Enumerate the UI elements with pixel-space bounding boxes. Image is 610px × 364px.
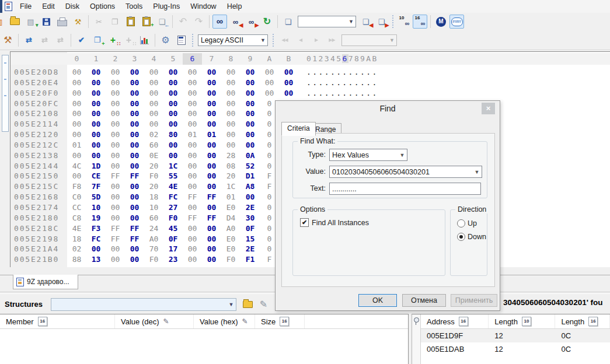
hex-byte[interactable]: 00 xyxy=(202,140,221,150)
hex-byte[interactable]: 30 xyxy=(240,213,260,223)
hex-byte[interactable]: 0F xyxy=(240,223,260,234)
hex-byte[interactable]: 00 xyxy=(260,88,279,99)
hex-byte[interactable]: 00 xyxy=(240,192,260,202)
hex-byte[interactable]: 00 xyxy=(125,78,144,88)
hex-byte[interactable]: 0A xyxy=(240,150,260,161)
hex-byte[interactable]: E0 xyxy=(221,202,240,213)
hex-byte[interactable]: E0 xyxy=(221,244,240,254)
hex-byte[interactable]: FF xyxy=(183,213,202,223)
hex-byte[interactable]: 00 xyxy=(279,78,298,88)
hex-byte[interactable]: F0 xyxy=(144,254,163,265)
structures-combo[interactable]: ▼ xyxy=(51,298,236,311)
hex-byte[interactable]: F0 xyxy=(163,213,183,223)
document-tab[interactable]: 9Z здарово... xyxy=(13,275,78,289)
hex-byte[interactable]: 00 xyxy=(221,119,240,130)
hex-byte[interactable]: 01 xyxy=(202,130,221,140)
hex-byte[interactable]: 00 xyxy=(202,181,221,192)
hex-byte[interactable]: 00 xyxy=(221,140,240,150)
hex-byte[interactable]: 17 xyxy=(163,244,183,254)
hex-byte[interactable]: 00 xyxy=(106,161,125,172)
hex-byte[interactable]: 00 xyxy=(202,202,221,213)
hex-byte[interactable]: 00 xyxy=(86,88,106,99)
print-button[interactable] xyxy=(55,15,69,29)
hex-byte[interactable]: 00 xyxy=(125,67,144,78)
hex-byte[interactable]: 55 xyxy=(163,171,183,181)
save-file-button[interactable] xyxy=(39,15,54,29)
hex-byte[interactable]: 1C xyxy=(221,181,240,192)
preferences-button[interactable]: ⚙ xyxy=(158,33,173,47)
hex-byte[interactable]: 02 xyxy=(67,244,86,254)
hex-byte[interactable]: 00 xyxy=(106,67,125,78)
hex-byte[interactable]: FF xyxy=(106,171,125,181)
chevron-down-icon[interactable]: ▼ xyxy=(226,302,236,307)
hex-byte[interactable]: 5D xyxy=(86,192,106,202)
hex-byte[interactable]: FF xyxy=(202,192,221,202)
hex-byte[interactable]: 00 xyxy=(163,78,183,88)
hex-byte[interactable]: 00 xyxy=(260,67,279,78)
hex-byte[interactable]: 00 xyxy=(144,78,163,88)
ascii-text[interactable]: ............ xyxy=(306,68,378,76)
goto-previous-button[interactable]: ❏◀ xyxy=(358,15,373,29)
encoding-combo[interactable]: Legacy ASCII▼ xyxy=(198,34,268,46)
hex-byte[interactable]: 00 xyxy=(125,140,144,150)
value-combo[interactable]: 010203040506060504030201 ▼ xyxy=(329,166,482,178)
hex-byte[interactable]: 18 xyxy=(67,234,86,244)
hex-byte[interactable]: 00 xyxy=(67,119,86,130)
hex-byte[interactable]: 00 xyxy=(221,130,240,140)
checksum-button[interactable]: ✔ xyxy=(74,33,89,47)
hex-byte[interactable]: 00 xyxy=(106,78,125,88)
column-header-value-dec-[interactable]: Value (dec)✎ xyxy=(115,314,194,328)
hex-byte[interactable]: 00 xyxy=(86,67,106,78)
hex-byte[interactable]: 00 xyxy=(202,223,221,234)
hex-byte[interactable]: 00 xyxy=(240,67,260,78)
hex-byte[interactable]: 00 xyxy=(106,140,125,150)
hex-byte[interactable]: 00 xyxy=(202,244,221,254)
hex-byte[interactable]: 00 xyxy=(106,181,125,192)
hex-byte[interactable]: 00 xyxy=(67,108,86,119)
text-input[interactable]: ............ xyxy=(329,183,481,195)
hex-byte[interactable]: D1 xyxy=(240,171,260,181)
hex-byte[interactable]: FF xyxy=(125,234,144,244)
hex-byte[interactable]: 00 xyxy=(106,119,125,130)
hex-byte[interactable]: 20 xyxy=(144,161,163,172)
cancel-button[interactable]: Отмена xyxy=(402,294,446,307)
menu-help[interactable]: Help xyxy=(222,2,248,10)
hex-byte[interactable]: 00 xyxy=(106,108,125,119)
column-header-value-hex-[interactable]: Value (hex)✎ xyxy=(194,314,255,328)
hex-byte[interactable]: 00 xyxy=(125,254,144,265)
hex-byte[interactable]: 00 xyxy=(86,99,106,109)
hex-byte[interactable]: D4 xyxy=(221,213,240,223)
hex-byte[interactable]: 00 xyxy=(67,99,86,109)
structures-open-button[interactable] xyxy=(240,298,255,312)
hex-byte[interactable]: 13 xyxy=(86,254,106,265)
hex-row[interactable]: 005E20F0000000000000000000000000........… xyxy=(11,88,610,99)
hex-byte[interactable]: 00 xyxy=(260,78,279,88)
hex-byte[interactable]: F3 xyxy=(86,223,106,234)
hex-byte[interactable]: 2E xyxy=(240,202,260,213)
hex-byte[interactable]: 00 xyxy=(125,108,144,119)
find-all-instances-checkbox[interactable]: ✔ xyxy=(300,218,309,227)
menu-plug-ins[interactable]: Plug-Ins xyxy=(148,2,185,10)
hex-byte[interactable]: 00 xyxy=(125,150,144,161)
direction-up-radio[interactable] xyxy=(457,219,465,228)
hex-byte[interactable]: 01 xyxy=(221,192,240,202)
tab-criteria[interactable]: Criteria xyxy=(281,122,316,136)
hex-byte[interactable]: 00 xyxy=(106,88,125,99)
hex-byte[interactable]: 00 xyxy=(125,119,144,130)
hex-byte[interactable]: FF xyxy=(106,234,125,244)
type-combo[interactable]: Hex Values ▼ xyxy=(329,149,407,161)
hex-byte[interactable]: 00 xyxy=(202,171,221,181)
menu-tools[interactable]: Tools xyxy=(120,2,148,10)
hex-row[interactable]: 005E20D8000000000000000000000000........… xyxy=(11,67,610,78)
hex-byte[interactable]: 00 xyxy=(67,171,86,181)
hex-byte[interactable]: 00 xyxy=(86,244,106,254)
menu-disk[interactable]: Disk xyxy=(60,2,85,10)
find-previous-button[interactable]: ∞◀ xyxy=(228,15,243,29)
hex-byte[interactable]: 00 xyxy=(163,108,183,119)
hex-byte[interactable]: 00 xyxy=(202,150,221,161)
hex-byte[interactable]: 08 xyxy=(221,161,240,172)
hex-byte[interactable]: 00 xyxy=(183,67,202,78)
hex-byte[interactable]: 00 xyxy=(86,108,106,119)
hex-byte[interactable]: FC xyxy=(86,234,106,244)
hex-byte[interactable]: 00 xyxy=(240,119,260,130)
